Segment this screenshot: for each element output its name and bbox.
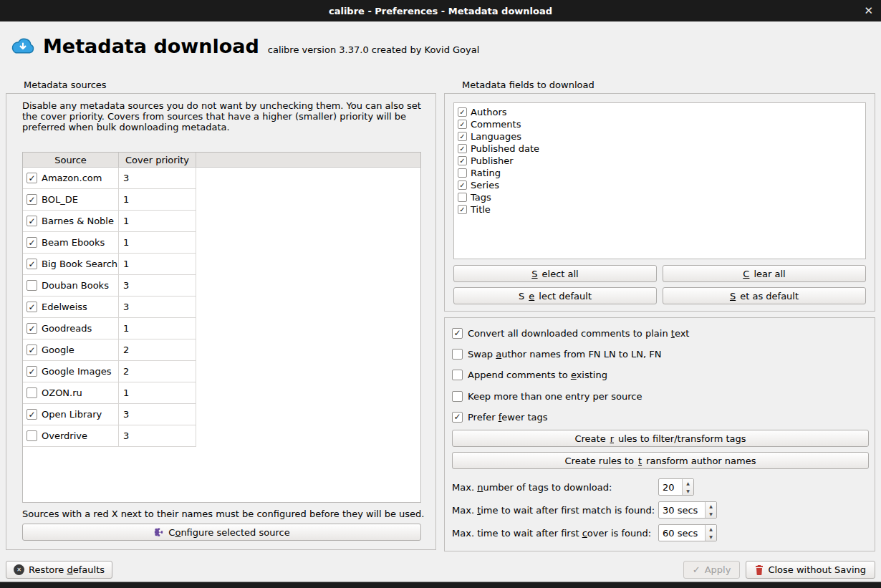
apply-button[interactable]: ✓ Apply bbox=[683, 561, 741, 579]
close-without-saving-button[interactable]: Close without Saving bbox=[746, 561, 875, 579]
cover-priority-value[interactable]: 3 bbox=[119, 404, 196, 425]
field-checkbox[interactable] bbox=[458, 193, 467, 202]
source-table-row[interactable]: ✓Google2 bbox=[23, 339, 420, 361]
option-row[interactable]: ✓Prefer fewer tags bbox=[452, 409, 867, 425]
field-checkbox[interactable]: ✓ bbox=[458, 180, 467, 190]
option-checkbox[interactable]: ✓ bbox=[452, 412, 463, 423]
source-table-row[interactable]: ✓Goodreads1 bbox=[23, 318, 420, 339]
transform-authors-rules-button[interactable]: Create rules to transform author names bbox=[452, 452, 869, 469]
spinner-down-icon[interactable]: ▼ bbox=[706, 533, 716, 541]
field-item[interactable]: ✓Series bbox=[456, 179, 863, 191]
field-item[interactable]: ✓Comments bbox=[456, 118, 863, 130]
field-checkbox[interactable]: ✓ bbox=[458, 132, 467, 141]
source-enabled-checkbox[interactable]: ✓ bbox=[27, 216, 37, 226]
cover-priority-value[interactable]: 3 bbox=[119, 168, 196, 189]
spinner-value[interactable]: 60 secs bbox=[659, 525, 705, 541]
field-checkbox[interactable]: ✓ bbox=[458, 156, 467, 165]
spinner-down-icon[interactable]: ▼ bbox=[706, 510, 716, 518]
option-label: Keep more than one entry per source bbox=[468, 391, 642, 402]
field-item[interactable]: Tags bbox=[456, 191, 863, 203]
source-enabled-checkbox[interactable]: ✓ bbox=[27, 259, 37, 269]
option-checkbox[interactable]: ✓ bbox=[452, 328, 463, 339]
source-table-row[interactable]: ✓Barnes & Noble1 bbox=[23, 211, 420, 232]
field-checkbox[interactable]: ✓ bbox=[458, 144, 467, 153]
source-enabled-checkbox[interactable] bbox=[27, 387, 37, 398]
source-name: Amazon.com bbox=[42, 173, 102, 183]
option-row[interactable]: Append comments to existing bbox=[452, 367, 867, 382]
cover-priority-value[interactable]: 2 bbox=[119, 361, 196, 382]
option-row[interactable]: Keep more than one entry per source bbox=[452, 388, 867, 404]
cover-priority-value[interactable]: 1 bbox=[119, 211, 196, 232]
source-enabled-checkbox[interactable]: ✓ bbox=[27, 409, 37, 420]
source-enabled-checkbox[interactable] bbox=[27, 430, 37, 441]
column-header-source[interactable]: Source bbox=[23, 153, 119, 167]
source-enabled-checkbox[interactable]: ✓ bbox=[27, 237, 37, 248]
restore-defaults-label: Restore defaults bbox=[29, 564, 105, 575]
field-item[interactable]: Rating bbox=[456, 167, 863, 179]
cover-priority-value[interactable]: 1 bbox=[119, 382, 196, 404]
source-enabled-checkbox[interactable] bbox=[27, 280, 37, 291]
source-table-row[interactable]: ✓Open Library3 bbox=[23, 404, 420, 425]
configure-source-button[interactable]: Configure selected source bbox=[22, 524, 421, 541]
spinner-down-icon[interactable]: ▼ bbox=[683, 487, 693, 495]
source-enabled-checkbox[interactable]: ✓ bbox=[27, 323, 37, 334]
spinner-up-icon[interactable]: ▲ bbox=[706, 525, 716, 533]
cover-priority-value[interactable]: 1 bbox=[119, 232, 196, 254]
source-name: Overdrive bbox=[42, 430, 87, 441]
spinner-label: Max. time to wait after first match is f… bbox=[452, 505, 655, 516]
restore-defaults-button[interactable]: ✕ Restore defaults bbox=[6, 561, 112, 579]
source-enabled-checkbox[interactable]: ✓ bbox=[27, 344, 37, 355]
field-item[interactable]: ✓Publisher bbox=[456, 155, 863, 167]
select-default-button[interactable]: Select default bbox=[453, 287, 657, 304]
cover-priority-value[interactable]: 3 bbox=[119, 275, 196, 297]
group-title-sources: Metadata sources bbox=[24, 79, 107, 90]
source-table-row[interactable]: ✓Big Book Search1 bbox=[23, 254, 420, 275]
field-item[interactable]: ✓Authors bbox=[456, 106, 863, 118]
field-checkbox[interactable] bbox=[458, 168, 467, 178]
source-table-row[interactable]: ✓Google Images2 bbox=[23, 361, 420, 382]
source-table-row[interactable]: ✓BOL_DE1 bbox=[23, 189, 420, 211]
clear-all-button[interactable]: Clear all bbox=[663, 265, 866, 282]
source-table-row[interactable]: ✓Edelweiss3 bbox=[23, 297, 420, 318]
source-enabled-checkbox[interactable]: ✓ bbox=[27, 366, 37, 377]
option-row[interactable]: Swap author names from FN LN to LN, FN bbox=[452, 346, 867, 362]
source-cell: ✓Open Library bbox=[23, 404, 119, 425]
option-row[interactable]: ✓Convert all downloaded comments to plai… bbox=[452, 325, 867, 341]
source-table-row[interactable]: Douban Books3 bbox=[23, 275, 420, 297]
source-name: Barnes & Noble bbox=[42, 216, 114, 226]
filter-tags-rules-button[interactable]: Create rules to filter/transform tags bbox=[452, 430, 869, 447]
field-item[interactable]: ✓Languages bbox=[456, 130, 863, 143]
cover-priority-value[interactable]: 1 bbox=[119, 254, 196, 275]
source-enabled-checkbox[interactable]: ✓ bbox=[27, 173, 37, 183]
cover-priority-value[interactable]: 3 bbox=[119, 425, 196, 447]
option-checkbox[interactable] bbox=[452, 370, 463, 380]
cover-priority-value[interactable]: 3 bbox=[119, 297, 196, 318]
source-table-row[interactable]: ✓Amazon.com3 bbox=[23, 168, 420, 189]
column-header-cover-priority[interactable]: Cover priority bbox=[119, 153, 196, 167]
select-all-button[interactable]: Select all bbox=[453, 265, 657, 282]
source-enabled-checkbox[interactable]: ✓ bbox=[27, 302, 37, 312]
field-item[interactable]: ✓Published date bbox=[456, 143, 863, 155]
spinner-value[interactable]: 30 secs bbox=[659, 502, 705, 518]
field-checkbox[interactable]: ✓ bbox=[458, 107, 467, 117]
version-text: calibre version 3.37.0 created by Kovid … bbox=[268, 37, 480, 55]
option-checkbox[interactable] bbox=[452, 391, 463, 402]
set-as-default-button[interactable]: Set as default bbox=[663, 287, 866, 304]
source-enabled-checkbox[interactable]: ✓ bbox=[27, 194, 37, 205]
spinner-up-icon[interactable]: ▲ bbox=[683, 479, 693, 487]
apply-label: Apply bbox=[705, 564, 731, 575]
source-name: Goodreads bbox=[42, 323, 92, 334]
source-table-row[interactable]: ✓Beam Ebooks1 bbox=[23, 232, 420, 254]
window-close-icon[interactable]: ✕ bbox=[864, 0, 873, 21]
field-checkbox[interactable]: ✓ bbox=[458, 120, 467, 129]
spinner-value[interactable]: 20 bbox=[659, 479, 682, 495]
source-table-row[interactable]: OZON.ru1 bbox=[23, 382, 420, 404]
spinner-up-icon[interactable]: ▲ bbox=[706, 502, 716, 510]
field-checkbox[interactable]: ✓ bbox=[458, 205, 467, 214]
cover-priority-value[interactable]: 2 bbox=[119, 339, 196, 361]
option-checkbox[interactable] bbox=[452, 349, 463, 360]
field-item[interactable]: ✓Title bbox=[456, 203, 863, 216]
cover-priority-value[interactable]: 1 bbox=[119, 189, 196, 211]
cover-priority-value[interactable]: 1 bbox=[119, 318, 196, 339]
source-table-row[interactable]: Overdrive3 bbox=[23, 425, 420, 447]
